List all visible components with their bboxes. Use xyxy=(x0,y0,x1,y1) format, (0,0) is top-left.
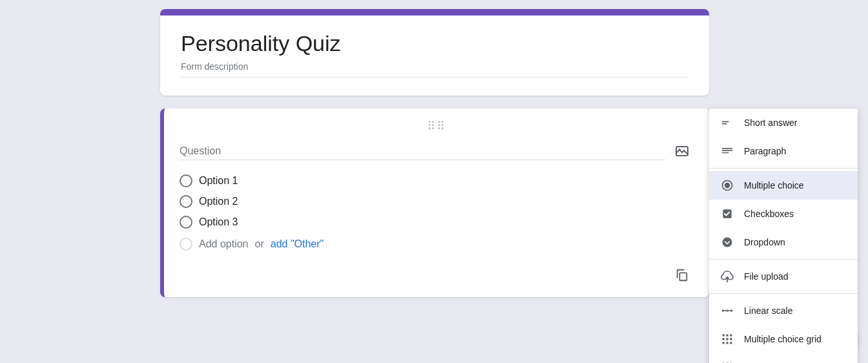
form-container: Personality Quiz Form description ⠿⠿ xyxy=(160,0,709,363)
dropdown-item-linear-scale[interactable]: Linear scale xyxy=(709,296,858,325)
dropdown-item-cb-grid[interactable]: Checkbox grid xyxy=(709,353,858,363)
form-description: Form description xyxy=(181,61,688,78)
question-row xyxy=(180,140,694,163)
question-input[interactable] xyxy=(180,143,665,160)
title-card: Personality Quiz Form description xyxy=(160,9,709,96)
dropdown-menu: Short answer Paragraph xyxy=(709,109,858,363)
radio-option-1[interactable] xyxy=(180,174,192,187)
cb-grid-icon xyxy=(719,360,735,363)
svg-rect-23 xyxy=(730,338,732,340)
dropdown-item-dropdown[interactable]: Dropdown xyxy=(709,228,858,256)
dropdown-label-paragraph: Paragraph xyxy=(744,146,786,156)
paragraph-icon xyxy=(719,143,735,159)
svg-point-13 xyxy=(722,309,724,311)
radio-option-3[interactable] xyxy=(180,216,192,229)
image-icon-btn[interactable] xyxy=(670,140,694,163)
drag-handle: ⠿⠿ xyxy=(180,119,694,133)
svg-rect-2 xyxy=(679,273,687,280)
dropdown-label-linear-scale: Linear scale xyxy=(744,306,793,316)
option-label-3: Option 3 xyxy=(199,216,238,228)
divider-3 xyxy=(709,293,858,294)
option-label-1: Option 1 xyxy=(199,175,238,187)
dropdown-label-mc-grid: Multiple choice grid xyxy=(744,334,822,344)
option-label-2: Option 2 xyxy=(199,196,238,207)
dropdown-icon xyxy=(719,234,735,250)
add-other-link[interactable]: add "Other" xyxy=(271,238,324,250)
option-row-1: Option 1 xyxy=(180,171,694,191)
mc-grid-icon xyxy=(719,331,735,347)
add-option-row: Add option or add "Other" xyxy=(180,233,694,256)
question-card: ⠿⠿ Option 1 Option 2 xyxy=(160,109,709,297)
copy-icon xyxy=(675,268,689,282)
dropdown-item-checkboxes[interactable]: Checkboxes xyxy=(709,200,858,228)
page-background: Personality Quiz Form description ⠿⠿ xyxy=(0,0,868,363)
short-answer-icon xyxy=(719,115,735,130)
add-option-or: or xyxy=(255,238,264,250)
dropdown-label-dropdown: Dropdown xyxy=(744,237,785,247)
dropdown-label-file-upload: File upload xyxy=(744,271,789,282)
dropdown-item-short-answer[interactable]: Short answer xyxy=(709,109,858,137)
dropdown-label-multiple-choice: Multiple choice xyxy=(744,180,804,191)
svg-point-11 xyxy=(723,238,732,247)
svg-rect-24 xyxy=(723,342,725,344)
copy-icon-btn[interactable] xyxy=(670,264,694,287)
option-row-3: Option 3 xyxy=(180,212,694,233)
form-title: Personality Quiz xyxy=(181,31,688,56)
svg-rect-22 xyxy=(726,338,728,340)
linear-scale-icon xyxy=(719,303,735,318)
svg-rect-19 xyxy=(726,335,728,337)
dropdown-item-mc-grid[interactable]: Multiple choice grid xyxy=(709,325,858,353)
radio-option-2[interactable] xyxy=(180,195,192,208)
dropdown-label-short-answer: Short answer xyxy=(744,118,797,128)
dropdown-item-multiple-choice[interactable]: Multiple choice xyxy=(709,171,858,200)
dropdown-item-file-upload[interactable]: File upload xyxy=(709,262,858,291)
radio-add-option xyxy=(180,238,192,251)
multiple-choice-icon xyxy=(719,178,735,193)
dropdown-label-checkboxes: Checkboxes xyxy=(744,209,794,219)
svg-rect-18 xyxy=(723,335,725,337)
svg-point-14 xyxy=(726,309,728,311)
svg-point-15 xyxy=(730,309,732,311)
svg-rect-20 xyxy=(730,335,732,337)
svg-rect-21 xyxy=(723,338,725,340)
divider-1 xyxy=(709,168,858,169)
image-icon xyxy=(674,143,690,159)
svg-rect-26 xyxy=(730,342,732,344)
option-row-2: Option 2 xyxy=(180,191,694,212)
file-upload-icon xyxy=(719,269,735,284)
dropdown-item-paragraph[interactable]: Paragraph xyxy=(709,137,858,165)
checkboxes-icon xyxy=(719,206,735,222)
card-bottom xyxy=(180,256,694,287)
add-option-text[interactable]: Add option xyxy=(199,238,249,250)
svg-point-9 xyxy=(725,183,730,188)
divider-2 xyxy=(709,259,858,260)
svg-rect-25 xyxy=(726,342,728,344)
